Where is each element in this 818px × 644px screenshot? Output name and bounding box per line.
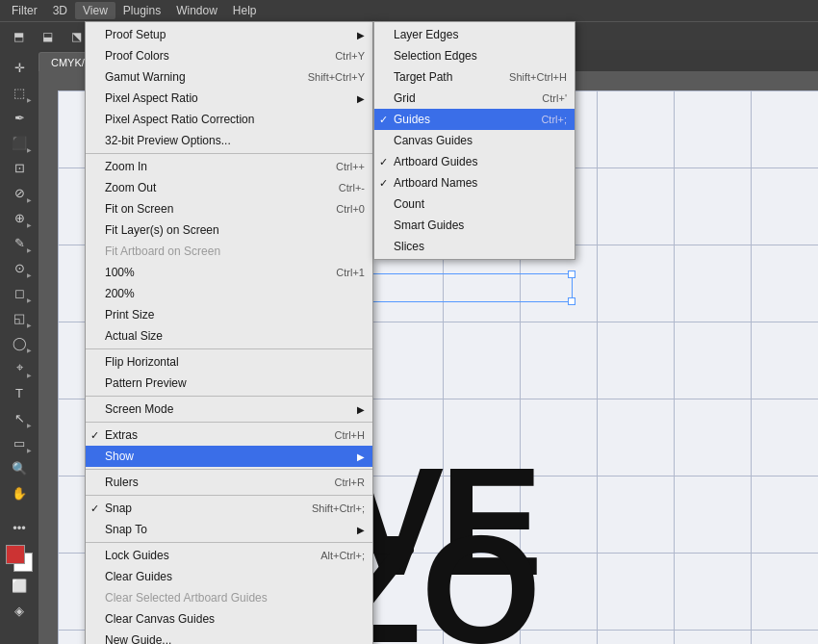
menu-lock-guides[interactable]: Lock Guides Alt+Ctrl+;	[86, 545, 372, 566]
tool-eyedropper[interactable]: ⊘▶	[6, 181, 33, 204]
menu-window[interactable]: Window	[168, 2, 225, 19]
menu-fit-screen-label: Fit on Screen	[105, 202, 173, 216]
tool-heal[interactable]: ⊕▶	[6, 206, 33, 229]
menu-100pct[interactable]: 100% Ctrl+1	[86, 262, 372, 283]
menu-clear-guides[interactable]: Clear Guides	[86, 566, 372, 587]
menu-zoom-in[interactable]: Zoom In Ctrl++	[86, 156, 372, 177]
show-layer-edges[interactable]: Layer Edges	[374, 24, 575, 45]
menu-flip-horizontal[interactable]: Flip Horizontal	[86, 351, 372, 373]
tool-extra2[interactable]: ◈	[6, 599, 33, 622]
toolbar-align-center-v[interactable]: ⬓	[35, 26, 60, 47]
menu-32bit-label: 32-bit Preview Options...	[105, 134, 231, 147]
divider-3	[86, 396, 372, 397]
tool-zoom[interactable]: 🔍	[6, 456, 33, 479]
menu-3d[interactable]: 3D	[45, 2, 75, 19]
tool-path-select[interactable]: ↖▶	[6, 406, 33, 429]
tool-move[interactable]: ✛	[6, 56, 33, 79]
menu-snap-to[interactable]: Snap To ▶	[86, 519, 372, 540]
menu-filter[interactable]: Filter	[4, 2, 45, 19]
tool-stamp[interactable]: ⊙▶	[6, 256, 33, 279]
show-artboard-names-label: Artboard Names	[394, 176, 477, 190]
show-selection-edges[interactable]: Selection Edges	[374, 45, 575, 66]
show-grid[interactable]: Grid Ctrl+'	[374, 88, 575, 109]
tool-extra1[interactable]: ⬜	[6, 574, 33, 597]
show-target-path[interactable]: Target Path Shift+Ctrl+H	[374, 66, 575, 88]
menu-proof-setup[interactable]: Proof Setup ▶	[86, 24, 372, 45]
toolbar-align-top[interactable]: ⬒	[6, 26, 31, 47]
divider-4	[86, 422, 372, 423]
menu-fit-layers[interactable]: Fit Layer(s) on Screen	[86, 219, 372, 241]
zoom-in-shortcut: Ctrl++	[317, 161, 365, 172]
menu-show[interactable]: Show ▶	[86, 446, 372, 467]
menu-clear-canvas-guides[interactable]: Clear Canvas Guides	[86, 608, 372, 630]
menu-100pct-label: 100%	[105, 266, 135, 279]
divider-5	[86, 469, 372, 470]
show-artboard-guides[interactable]: ✓ Artboard Guides	[374, 151, 575, 172]
tool-brush[interactable]: ✎▶	[6, 231, 33, 254]
tool-object-select[interactable]: ⬛▶	[6, 131, 33, 154]
left-toolbar: ✛ ⬚▶ ✒ ⬛▶ ⊡ ⊘▶ ⊕▶ ✎▶ ⊙▶ ◻▶ ◱▶ ◯▶ ⌖▶ T ↖▶…	[0, 50, 38, 644]
screen-mode-arrow: ▶	[357, 404, 365, 415]
menu-snap[interactable]: ✓ Snap Shift+Ctrl+;	[86, 498, 372, 519]
color-swatches[interactable]	[6, 545, 33, 572]
menu-rulers[interactable]: Rulers Ctrl+R	[86, 472, 372, 493]
show-artboard-names[interactable]: ✓ Artboard Names	[374, 172, 575, 193]
menu-extras[interactable]: ✓ Extras Ctrl+H	[86, 425, 372, 446]
snap-to-arrow: ▶	[357, 525, 365, 535]
show-submenu: Layer Edges Selection Edges Target Path …	[373, 21, 575, 260]
show-slices-label: Slices	[394, 240, 424, 253]
menu-fit-screen[interactable]: Fit on Screen Ctrl+0	[86, 198, 372, 219]
menu-pattern-preview[interactable]: Pattern Preview	[86, 373, 372, 394]
tool-shape[interactable]: ▭▶	[6, 431, 33, 454]
menu-proof-colors[interactable]: Proof Colors Ctrl+Y	[86, 45, 372, 66]
gamut-warning-shortcut: Shift+Ctrl+Y	[289, 71, 365, 83]
menu-proof-setup-label: Proof Setup	[105, 28, 166, 41]
tool-text[interactable]: T	[6, 381, 33, 404]
menu-clear-canvas-guides-label: Clear Canvas Guides	[105, 612, 215, 626]
tool-select[interactable]: ⬚▶	[6, 81, 33, 104]
tool-crop[interactable]: ⊡	[6, 156, 33, 179]
menu-32bit-preview[interactable]: 32-bit Preview Options...	[86, 130, 372, 151]
menu-pixel-ar-correction[interactable]: Pixel Aspect Ratio Correction	[86, 109, 372, 130]
menu-gamut-warning-label: Gamut Warning	[105, 70, 186, 84]
show-smart-guides[interactable]: Smart Guides	[374, 215, 575, 236]
tool-hand[interactable]: ✋	[6, 481, 33, 504]
menu-fit-artboard-label: Fit Artboard on Screen	[105, 245, 220, 258]
show-slices[interactable]: Slices	[374, 236, 575, 257]
lock-guides-shortcut: Alt+Ctrl+;	[301, 550, 365, 561]
target-path-shortcut: Shift+Ctrl+H	[490, 71, 567, 83]
menu-view[interactable]: View	[75, 2, 115, 19]
tool-pen[interactable]: ⌖▶	[6, 356, 33, 379]
menu-new-guide[interactable]: New Guide...	[86, 630, 372, 644]
fit-screen-shortcut: Ctrl+0	[317, 203, 365, 215]
snap-checkmark: ✓	[90, 502, 99, 515]
menu-screen-mode[interactable]: Screen Mode ▶	[86, 399, 372, 420]
menu-snap-to-label: Snap To	[105, 523, 147, 536]
menu-pixel-ar-label: Pixel Aspect Ratio	[105, 91, 198, 105]
menu-pattern-preview-label: Pattern Preview	[105, 376, 187, 390]
show-target-path-label: Target Path	[394, 70, 452, 84]
menu-actual-size[interactable]: Actual Size	[86, 325, 372, 347]
menu-gamut-warning[interactable]: Gamut Warning Shift+Ctrl+Y	[86, 66, 372, 88]
menu-print-size[interactable]: Print Size	[86, 304, 372, 325]
100pct-shortcut: Ctrl+1	[317, 267, 365, 278]
show-canvas-guides[interactable]: Canvas Guides	[374, 130, 575, 151]
menu-help[interactable]: Help	[225, 2, 265, 19]
show-count[interactable]: Count	[374, 193, 575, 215]
selection-handle-tr	[568, 270, 575, 278]
menu-pixel-aspect-ratio[interactable]: Pixel Aspect Ratio ▶	[86, 88, 372, 109]
tool-dodge[interactable]: ◯▶	[6, 331, 33, 354]
snap-shortcut: Shift+Ctrl+;	[293, 502, 365, 514]
menu-200pct[interactable]: 200%	[86, 283, 372, 304]
tool-more[interactable]: •••	[6, 516, 33, 539]
guides-checkmark: ✓	[379, 114, 388, 126]
tool-eraser[interactable]: ◻▶	[6, 281, 33, 304]
foreground-color-swatch[interactable]	[6, 545, 25, 564]
tool-gradient[interactable]: ◱▶	[6, 306, 33, 329]
menu-plugins[interactable]: Plugins	[115, 2, 168, 19]
show-guides[interactable]: ✓ Guides Ctrl+;	[374, 109, 575, 130]
tool-lasso[interactable]: ✒	[6, 106, 33, 129]
proof-colors-shortcut: Ctrl+Y	[316, 50, 365, 62]
divider-2	[86, 348, 372, 349]
menu-zoom-out[interactable]: Zoom Out Ctrl+-	[86, 177, 372, 198]
